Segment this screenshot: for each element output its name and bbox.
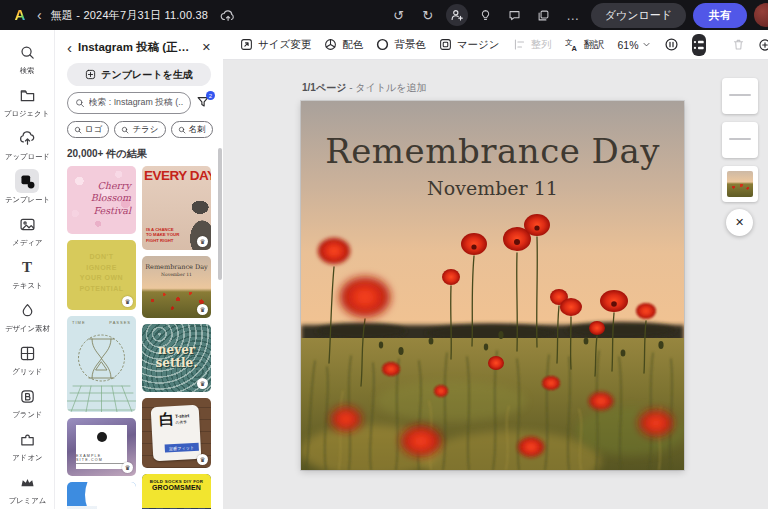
- pages-overview-toggle[interactable]: [692, 34, 706, 56]
- chip-logo[interactable]: ロゴ: [67, 121, 109, 138]
- premium-badge: ♛: [197, 378, 208, 389]
- sidebar-item-grid[interactable]: グリッド: [0, 338, 54, 381]
- template-cherry-blossom[interactable]: Cherry Blossom Festival: [67, 166, 136, 234]
- adobe-express-logo-icon[interactable]: A: [12, 7, 28, 23]
- align-button[interactable]: 整列: [513, 38, 552, 52]
- tshirt-photo: 白 T-shirt の美学 定番フィット: [151, 405, 202, 461]
- resize-button[interactable]: サイズ変更: [240, 38, 311, 52]
- undo-button[interactable]: ↺: [388, 4, 410, 26]
- filter-button[interactable]: 2: [196, 95, 211, 111]
- align-icon: [513, 38, 526, 51]
- download-button[interactable]: ダウンロード: [591, 3, 686, 28]
- user-avatar[interactable]: [754, 3, 768, 27]
- top-bar: A ‹ 無題 - 2024年7月31日 11.00.38 ↺ ↻ … ダウンロ: [0, 0, 768, 30]
- resize-icon: [240, 38, 253, 51]
- sidebar-item-templates[interactable]: テンプレート: [0, 166, 54, 209]
- sidebar-item-premium[interactable]: プレミアム: [0, 467, 54, 509]
- panel-header: ‹ Instagram 投稿 (正… ✕: [67, 38, 211, 56]
- plus-circle-icon: [758, 38, 768, 52]
- template-search-input[interactable]: 検索 : Instagram 投稿 (...: [67, 92, 191, 114]
- sidebar-item-uploads[interactable]: アップロード: [0, 123, 54, 166]
- color-scheme-button[interactable]: 配色: [324, 38, 363, 52]
- template-testimonial[interactable]: “: [67, 482, 136, 509]
- template-grid-column-right: EVERY DAY IS A CHANCE TO MAKE YOUR FIGHT…: [142, 166, 211, 509]
- design-subtitle-text[interactable]: November 11: [301, 177, 684, 199]
- template-hourglass-tarot[interactable]: TIME PASSES: [67, 316, 136, 412]
- panel-title: Instagram 投稿 (正…: [78, 40, 189, 55]
- chevron-down-icon: [642, 40, 651, 49]
- invite-people-button[interactable]: [446, 4, 468, 26]
- delete-page-button[interactable]: [732, 38, 745, 51]
- template-yellow-potential[interactable]: DON'T IGNORE YOUR OWN POTENTIAL ♛: [67, 240, 136, 310]
- sidebar-item-text[interactable]: T テキスト: [0, 252, 54, 295]
- sidebar-item-projects[interactable]: プロジェクト: [0, 80, 54, 123]
- chip-business-card[interactable]: 名刺: [171, 121, 213, 138]
- pages-thumbnails: [722, 78, 758, 202]
- upload-cloud-icon: [15, 126, 39, 150]
- sidebar-item-media[interactable]: メディア: [0, 209, 54, 252]
- redo-button[interactable]: ↻: [417, 4, 439, 26]
- zoom-control[interactable]: 61%: [618, 39, 651, 51]
- close-pages-panel-button[interactable]: ✕: [726, 209, 753, 236]
- panel-scrollbar[interactable]: [218, 148, 222, 280]
- hourglass-line-art: [67, 316, 136, 412]
- template-tshirt[interactable]: 白 T-shirt の美学 定番フィット ♛: [142, 398, 211, 468]
- sidebar-item-brand[interactable]: ブランド: [0, 381, 54, 424]
- search-icon: [121, 126, 129, 134]
- margin-button[interactable]: マージン: [439, 38, 500, 52]
- template-variant-thumbnail-1[interactable]: [722, 78, 758, 114]
- template-example-site[interactable]: EXAMPLE SITE.COM ♛: [67, 418, 136, 476]
- generate-sparkle-icon: [85, 69, 96, 80]
- grid-icon: [15, 341, 39, 365]
- back-button[interactable]: ‹: [37, 8, 42, 22]
- canvas-area: サイズ変更 配色 背景色 マージン 整列 文A 翻訳: [223, 30, 768, 509]
- duplicate-button[interactable]: [533, 4, 555, 26]
- filter-count-badge: 2: [206, 91, 215, 100]
- sidebar-item-addons[interactable]: アドオン: [0, 424, 54, 467]
- template-never-settle[interactable]: never settle. ♛: [142, 324, 211, 392]
- sidebar-item-design-assets[interactable]: デザイン素材: [0, 295, 54, 338]
- topbar-right: ↺ ↻ … ダウンロード 共有: [388, 3, 768, 28]
- text-icon: T: [15, 255, 39, 279]
- animation-timing-button[interactable]: [664, 37, 679, 52]
- pages-overview-icon: [692, 38, 706, 52]
- premium-badge: ♛: [197, 236, 208, 247]
- premium-badge: ♛: [122, 296, 133, 307]
- panel-back-button[interactable]: ‹: [67, 40, 72, 55]
- chip-flyer[interactable]: チラシ: [114, 121, 165, 138]
- more-options-button[interactable]: …: [562, 4, 584, 26]
- add-page-button[interactable]: 追加: [758, 38, 768, 52]
- generate-template-button[interactable]: テンプレートを生成: [67, 63, 211, 86]
- context-toolbar: サイズ変更 配色 背景色 マージン 整列 文A 翻訳: [223, 30, 768, 60]
- panel-close-button[interactable]: ✕: [202, 41, 211, 54]
- folder-icon: [15, 83, 39, 107]
- template-grid-column-left: Cherry Blossom Festival DON'T IGNORE YOU…: [67, 166, 136, 509]
- search-icon: [74, 126, 82, 134]
- share-button[interactable]: 共有: [693, 3, 747, 28]
- template-groomsmen-socks[interactable]: BOLD SOCKS DIY FOR GROOMSMEN: [142, 474, 211, 509]
- template-variant-thumbnail-2[interactable]: [722, 122, 758, 158]
- topbar-left: A ‹ 無題 - 2024年7月31日 11.00.38: [0, 4, 239, 26]
- poppy-thumbnail-image: [727, 171, 753, 197]
- cloud-sync-icon: [217, 4, 239, 26]
- brand-icon: [15, 384, 39, 408]
- search-chips: ロゴ チラシ 名刺: [67, 121, 211, 138]
- premium-crown-icon: [15, 470, 39, 494]
- page-thumbnail-current[interactable]: [722, 166, 758, 202]
- background-color-button[interactable]: 背景色: [376, 38, 426, 52]
- addons-icon: [15, 427, 39, 451]
- search-row: 検索 : Instagram 投稿 (... 2: [67, 92, 211, 114]
- translate-button[interactable]: 文A 翻訳: [565, 38, 605, 52]
- document-title[interactable]: 無題 - 2024年7月31日 11.00.38: [51, 8, 208, 23]
- design-canvas[interactable]: Remembrance Day November 11: [301, 101, 684, 470]
- tips-lightbulb-button[interactable]: [475, 4, 497, 26]
- comments-button[interactable]: [504, 4, 526, 26]
- template-every-day-boxer[interactable]: EVERY DAY IS A CHANCE TO MAKE YOUR FIGHT…: [142, 166, 211, 250]
- design-title-text[interactable]: Remembrance Day: [301, 131, 684, 171]
- translate-icon: 文A: [565, 38, 579, 52]
- color-wheel-icon: [324, 38, 337, 51]
- template-grid: Cherry Blossom Festival DON'T IGNORE YOU…: [67, 166, 211, 509]
- template-remembrance-day[interactable]: Remembrance Day November 11 ♛: [142, 256, 211, 318]
- page-label[interactable]: 1/1ページ - タイトルを追加: [302, 81, 426, 95]
- sidebar-item-search[interactable]: 検索: [0, 37, 54, 80]
